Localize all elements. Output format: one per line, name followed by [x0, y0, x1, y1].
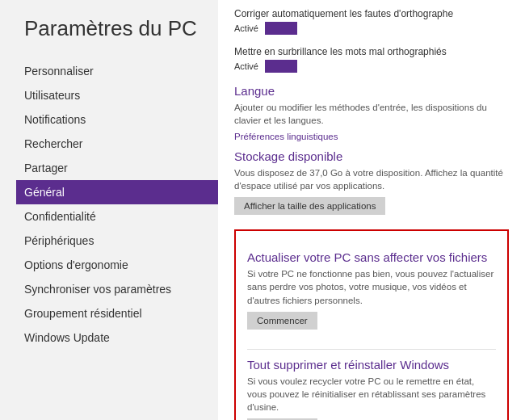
- refresh-section: Actualiser votre PC sans affecter vos fi…: [247, 250, 496, 337]
- sidebar-item-general[interactable]: Général: [16, 180, 218, 204]
- refresh-desc: Si votre PC ne fonctionne pas bien, vous…: [247, 267, 496, 306]
- langue-desc: Ajouter ou modifier les méthodes d'entré…: [234, 101, 509, 127]
- page-title: Paramètres du PC: [24, 16, 218, 41]
- sidebar-item-confidentialite[interactable]: Confidentialité: [24, 204, 218, 229]
- stockage-section: Stockage disponible Vous disposez de 37,…: [234, 149, 509, 223]
- sidebar: Paramètres du PC Personnaliser Utilisate…: [0, 0, 218, 420]
- sidebar-item-partager[interactable]: Partager: [24, 156, 218, 180]
- langue-heading: Langue: [234, 84, 509, 98]
- refresh-button[interactable]: Commencer: [247, 312, 317, 330]
- sidebar-item-ergonomie[interactable]: Options d'ergonomie: [24, 253, 218, 277]
- toggle1-status: Activé: [234, 23, 258, 33]
- langue-section: Langue Ajouter ou modifier les méthodes …: [234, 84, 509, 141]
- reset-section: Tout supprimer et réinstaller Windows Si…: [247, 358, 496, 420]
- toggle2-section: Mettre en surbrillance les mots mal orth…: [234, 46, 509, 73]
- main-content: Corriger automatiquement les fautes d'or…: [218, 0, 525, 420]
- sidebar-item-utilisateurs[interactable]: Utilisateurs: [24, 83, 218, 107]
- toggle2-switch[interactable]: [265, 60, 297, 73]
- stockage-desc: Vous disposez de 37,0 Go à votre disposi…: [234, 166, 509, 192]
- reset-desc: Si vous voulez recycler votre PC ou le r…: [247, 375, 496, 414]
- toggle1-row: Corriger automatiquement les fautes d'or…: [234, 8, 509, 35]
- sidebar-item-peripheriques[interactable]: Périphériques: [24, 229, 218, 253]
- sidebar-item-groupement[interactable]: Groupement résidentiel: [24, 301, 218, 326]
- refresh-heading: Actualiser votre PC sans affecter vos fi…: [247, 250, 496, 264]
- reset-heading: Tout supprimer et réinstaller Windows: [247, 358, 496, 372]
- sidebar-item-notifications[interactable]: Notifications: [24, 107, 218, 132]
- langue-link[interactable]: Préférences linguistiques: [234, 132, 509, 141]
- sidebar-item-windows-update[interactable]: Windows Update: [24, 326, 218, 350]
- sidebar-item-synchroniser[interactable]: Synchroniser vos paramètres: [24, 277, 218, 301]
- sidebar-item-rechercher[interactable]: Rechercher: [24, 132, 218, 156]
- sidebar-item-personnaliser[interactable]: Personnaliser: [24, 59, 218, 83]
- toggle2-row: Mettre en surbrillance les mots mal orth…: [234, 46, 509, 73]
- stockage-button[interactable]: Afficher la taille des applications: [234, 197, 385, 215]
- toggle2-container: Activé: [234, 60, 509, 73]
- toggle2-status: Activé: [234, 61, 258, 71]
- toggle2-label: Mettre en surbrillance les mots mal orth…: [234, 46, 509, 57]
- recovery-box: Actualiser votre PC sans affecter vos fi…: [234, 229, 509, 420]
- toggle1-label: Corriger automatiquement les fautes d'or…: [234, 8, 509, 19]
- stockage-heading: Stockage disponible: [234, 149, 509, 163]
- divider1: [247, 349, 496, 350]
- toggle1-section: Corriger automatiquement les fautes d'or…: [234, 8, 509, 35]
- toggle1-switch[interactable]: [265, 22, 297, 35]
- toggle1-container: Activé: [234, 22, 509, 35]
